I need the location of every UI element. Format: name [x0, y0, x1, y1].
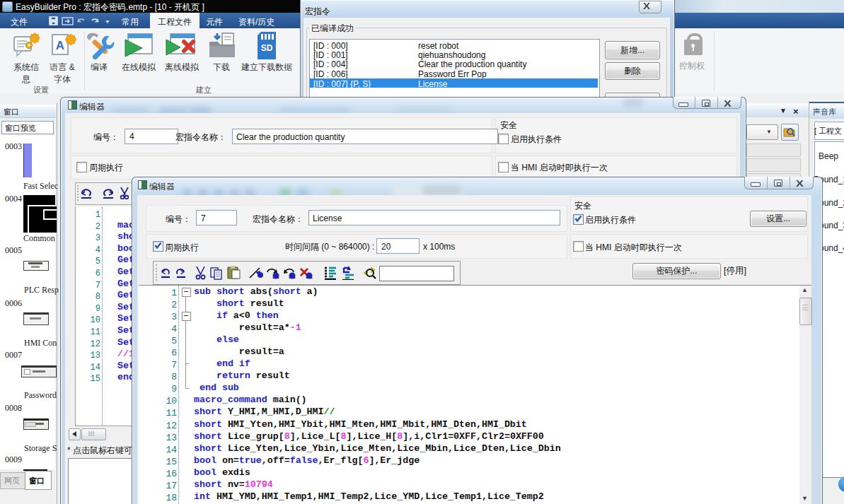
svg-text:A: A — [56, 39, 64, 52]
svg-text:SD: SD — [261, 43, 273, 53]
